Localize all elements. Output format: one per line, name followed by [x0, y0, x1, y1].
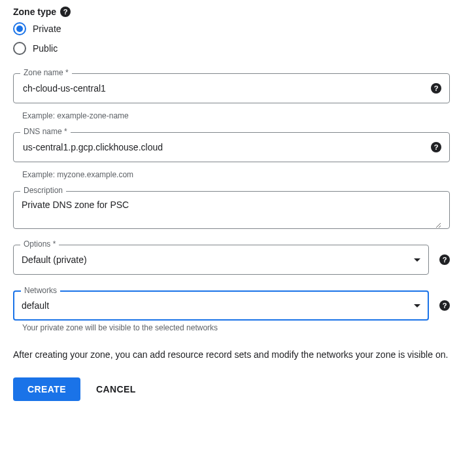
- radio-private[interactable]: Private: [13, 22, 463, 35]
- dns-name-label: DNS name *: [20, 127, 71, 136]
- dns-name-input[interactable]: [22, 141, 423, 153]
- radio-private-label: Private: [33, 24, 61, 34]
- networks-hint: Your private zone will be visible to the…: [13, 321, 450, 332]
- dns-name-field: DNS name * ?: [13, 132, 463, 162]
- help-icon[interactable]: ?: [439, 300, 450, 311]
- chevron-down-icon: [414, 258, 420, 262]
- options-label: Options *: [20, 239, 59, 249]
- description-input[interactable]: [22, 192, 441, 228]
- help-icon[interactable]: ?: [439, 254, 450, 265]
- options-value: Default (private): [22, 254, 414, 265]
- chevron-down-icon: [414, 304, 420, 307]
- zone-type-label: Zone type: [13, 7, 56, 17]
- zone-name-field: Zone name * ?: [13, 73, 463, 103]
- dns-name-box[interactable]: DNS name * ?: [13, 132, 450, 162]
- networks-value: default: [22, 300, 414, 311]
- options-select[interactable]: Options * Default (private): [13, 245, 429, 275]
- networks-label: Networks: [21, 286, 60, 295]
- zone-name-box[interactable]: Zone name * ?: [13, 73, 450, 103]
- button-row: CREATE CANCEL: [13, 377, 463, 401]
- description-field: Description: [13, 191, 463, 229]
- radio-icon: [13, 22, 26, 35]
- help-icon[interactable]: ?: [60, 7, 71, 17]
- zone-name-hint: Example: example-zone-name: [13, 109, 450, 120]
- zone-name-input[interactable]: [22, 82, 423, 94]
- radio-public-label: Public: [33, 43, 58, 54]
- zone-name-label: Zone name *: [20, 68, 72, 77]
- networks-row: Networks default ?: [13, 290, 450, 321]
- description-box[interactable]: Description: [13, 191, 450, 229]
- zone-type-header: Zone type ?: [13, 7, 463, 17]
- help-icon[interactable]: ?: [431, 83, 441, 94]
- description-label: Description: [20, 186, 66, 195]
- radio-public[interactable]: Public: [13, 42, 463, 55]
- help-icon[interactable]: ?: [431, 142, 441, 152]
- cancel-button[interactable]: CANCEL: [96, 377, 136, 401]
- networks-select[interactable]: Networks default: [13, 290, 429, 321]
- radio-icon: [13, 42, 26, 55]
- info-note: After creating your zone, you can add re…: [13, 348, 450, 362]
- options-row: Options * Default (private) ?: [13, 245, 450, 275]
- dns-name-hint: Example: myzone.example.com: [13, 167, 450, 179]
- zone-type-radio-group: Private Public: [13, 22, 463, 55]
- create-button[interactable]: CREATE: [13, 377, 80, 401]
